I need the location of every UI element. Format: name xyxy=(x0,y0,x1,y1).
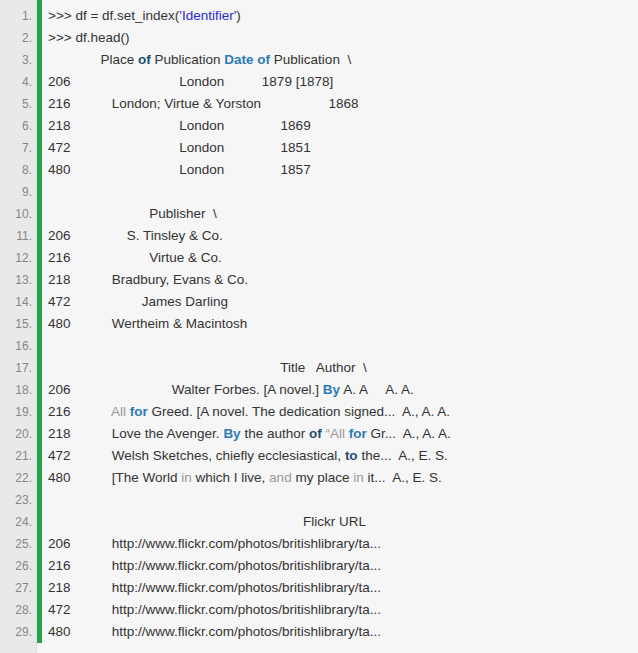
code-line: 480 http://www.flickr.com/photos/british… xyxy=(42,621,638,643)
code-token: of xyxy=(309,426,322,441)
code-token: 480 [The World xyxy=(48,470,181,485)
line-number: 15. xyxy=(0,313,36,335)
code-token: 472 http://www.flickr.com/photos/british… xyxy=(48,602,381,617)
code-line xyxy=(42,181,638,203)
code-line: 216 http://www.flickr.com/photos/british… xyxy=(42,555,638,577)
code-token: Place xyxy=(48,52,138,67)
code-token: Gr... A., A. A. xyxy=(367,426,451,441)
code-line xyxy=(42,489,638,511)
code-token: 218 London 1869 xyxy=(48,118,311,133)
code-line: 218 Love the Avenger. By the author of “… xyxy=(42,423,638,445)
code-token: 216 xyxy=(48,404,111,419)
code-line: 206 London 1879 [1878] xyxy=(42,71,638,93)
line-number: 7. xyxy=(0,137,36,159)
line-number: 24. xyxy=(0,511,36,533)
line-number: 14. xyxy=(0,291,36,313)
code-line: 218 London 1869 xyxy=(42,115,638,137)
code-token: Flickr URL xyxy=(48,514,366,529)
line-number: 27. xyxy=(0,577,36,599)
line-number: 22. xyxy=(0,467,36,489)
code-token: ) xyxy=(236,8,241,23)
code-token: Greed. [A novel. The dedication signed..… xyxy=(148,404,450,419)
code-token: Publication xyxy=(151,52,225,67)
code-token: for xyxy=(349,426,367,441)
line-number: 28. xyxy=(0,599,36,621)
code-token: in xyxy=(181,470,192,485)
line-number: 8. xyxy=(0,159,36,181)
code-token: 206 London 1879 [1878] xyxy=(48,74,333,89)
code-line: Place of Publication Date of Publication… xyxy=(42,49,638,71)
line-number: 29. xyxy=(0,621,36,643)
code-token: in xyxy=(353,470,364,485)
code-token: A. A A. A. xyxy=(340,382,414,397)
code-token: 218 http://www.flickr.com/photos/british… xyxy=(48,580,381,595)
code-line: 206 Walter Forbes. [A novel.] By A. A A.… xyxy=(42,379,638,401)
code-token: my place xyxy=(292,470,354,485)
code-token: “All xyxy=(325,426,345,441)
code-line: 218 http://www.flickr.com/photos/british… xyxy=(42,577,638,599)
line-number: 6. xyxy=(0,115,36,137)
line-number: 12. xyxy=(0,247,36,269)
line-number: 10. xyxy=(0,203,36,225)
code-token: All xyxy=(111,404,126,419)
line-number: 23. xyxy=(0,489,36,511)
code-token: 472 London 1851 xyxy=(48,140,311,155)
code-token: and xyxy=(269,470,292,485)
code-token: Publication \ xyxy=(270,52,351,67)
code-token: 216 Virtue & Co. xyxy=(48,250,222,265)
line-number: 18. xyxy=(0,379,36,401)
line-number: 19. xyxy=(0,401,36,423)
code-token: >>> df = df.set_index( xyxy=(48,8,179,23)
code-content: >>> df = df.set_index('Identifier')>>> d… xyxy=(42,0,638,653)
code-line: 480 Wertheim & Macintosh xyxy=(42,313,638,335)
code-token: Title Author \ xyxy=(48,360,367,375)
code-token: 206 S. Tinsley & Co. xyxy=(48,228,223,243)
code-token: By xyxy=(323,382,340,397)
code-line: 472 http://www.flickr.com/photos/british… xyxy=(42,599,638,621)
line-number: 9. xyxy=(0,181,36,203)
line-number: 11. xyxy=(0,225,36,247)
code-line: 480 [The World in which I live, and my p… xyxy=(42,467,638,489)
line-number: 21. xyxy=(0,445,36,467)
code-line: 472 Welsh Sketches, chiefly ecclesiastic… xyxy=(42,445,638,467)
code-token: to xyxy=(345,448,358,463)
line-number: 13. xyxy=(0,269,36,291)
code-token: which I live, xyxy=(192,470,269,485)
code-line: Title Author \ xyxy=(42,357,638,379)
code-line: 480 London 1857 xyxy=(42,159,638,181)
code-block: 1.2.3.4.5.6.7.8.9.10.11.12.13.14.15.16.1… xyxy=(0,0,638,653)
code-token: 206 http://www.flickr.com/photos/british… xyxy=(48,536,381,551)
code-line: >>> df = df.set_index('Identifier') xyxy=(42,5,638,27)
code-line: 472 James Darling xyxy=(42,291,638,313)
code-token: 216 http://www.flickr.com/photos/british… xyxy=(48,558,381,573)
line-number: 2. xyxy=(0,27,36,49)
line-number: 26. xyxy=(0,555,36,577)
line-number: 4. xyxy=(0,71,36,93)
code-token: 480 http://www.flickr.com/photos/british… xyxy=(48,624,381,639)
code-token: the... A., E. S. xyxy=(358,448,448,463)
code-line: 206 S. Tinsley & Co. xyxy=(42,225,638,247)
code-token: Publisher \ xyxy=(48,206,217,221)
code-line: Publisher \ xyxy=(42,203,638,225)
line-number-gutter: 1.2.3.4.5.6.7.8.9.10.11.12.13.14.15.16.1… xyxy=(0,0,37,653)
code-token: >>> df.head() xyxy=(48,30,129,45)
code-line: 216 All for Greed. [A novel. The dedicat… xyxy=(42,401,638,423)
line-number: 25. xyxy=(0,533,36,555)
line-number: 20. xyxy=(0,423,36,445)
line-number: 3. xyxy=(0,49,36,71)
code-token: Date of xyxy=(224,52,270,67)
code-line: 216 London; Virtue & Yorston 1868 xyxy=(42,93,638,115)
code-token: By xyxy=(223,426,240,441)
code-token: of xyxy=(138,52,151,67)
code-token: 218 Bradbury, Evans & Co. xyxy=(48,272,248,287)
code-token: 480 London 1857 xyxy=(48,162,311,177)
code-token: 216 London; Virtue & Yorston 1868 xyxy=(48,96,358,111)
code-line: 216 Virtue & Co. xyxy=(42,247,638,269)
line-number: 1. xyxy=(0,5,36,27)
code-token: 480 Wertheim & Macintosh xyxy=(48,316,247,331)
code-line: Flickr URL xyxy=(42,511,638,533)
code-token: 206 Walter Forbes. [A novel.] xyxy=(48,382,323,397)
code-token: 'Identifier' xyxy=(179,8,236,23)
code-line: 218 Bradbury, Evans & Co. xyxy=(42,269,638,291)
code-line: 206 http://www.flickr.com/photos/british… xyxy=(42,533,638,555)
